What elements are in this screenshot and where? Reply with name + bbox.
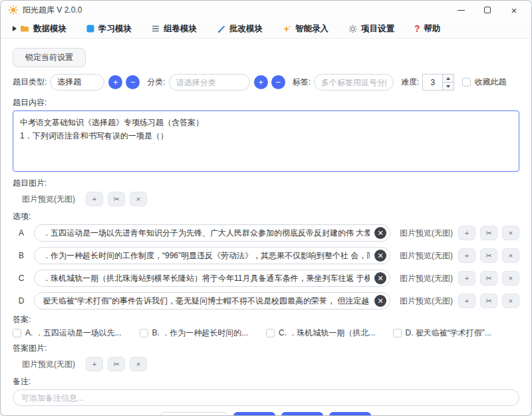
remove-image-button[interactable]: × <box>502 226 519 240</box>
crop-image-icon[interactable]: ✂ <box>480 271 497 286</box>
remove-category-button[interactable]: − <box>271 75 285 89</box>
menu-label: 批改模块 <box>229 23 263 35</box>
crop-image-icon[interactable]: ✂ <box>480 294 497 308</box>
add-image-button[interactable]: + <box>458 271 475 286</box>
minimize-icon <box>458 10 465 11</box>
difficulty-down-button[interactable] <box>443 82 454 90</box>
menu-project-settings[interactable]: 项目设置 <box>348 23 394 35</box>
question-image-label: 题目图片: <box>13 178 519 188</box>
tags-label: 标签: <box>293 77 311 87</box>
answer-checkbox-d[interactable]: D. 翟天临被“学术打假”... <box>393 328 520 338</box>
list-icon <box>152 25 160 33</box>
add-category-button[interactable]: + <box>254 75 268 89</box>
question-type-label: 题目类型: <box>13 77 47 87</box>
close-button[interactable]: × <box>501 2 527 18</box>
option-row-b: B 图片预览(无图) + ✂ × <box>13 247 519 264</box>
answer-image-label: 答案图片: <box>13 343 519 353</box>
options-list: A 图片预览(无图) + ✂ × B <box>13 224 519 310</box>
category-label: 分类: <box>147 77 165 87</box>
checkbox-icon[interactable] <box>393 329 402 337</box>
add-image-button[interactable]: + <box>86 357 103 371</box>
add-image-button[interactable]: + <box>458 248 475 263</box>
option-row-a: A 图片预览(无图) + ✂ × <box>13 224 519 242</box>
question-image-row: 图片预览(无图) + ✂ × <box>13 192 519 206</box>
menu-label: 项目设置 <box>361 23 394 35</box>
menu-grading-module[interactable]: 批改模块 <box>217 23 263 35</box>
clear-option-d-icon[interactable] <box>374 295 386 307</box>
difficulty-stepper[interactable]: 3 <box>422 74 454 91</box>
option-letter: D <box>17 296 26 306</box>
maximize-button[interactable] <box>474 2 501 18</box>
crop-image-icon[interactable]: ✂ <box>108 192 125 206</box>
menu-label: 数据模块 <box>33 23 66 35</box>
answer-checkbox-b[interactable]: B. ．作为一种超长时间的... <box>140 328 267 338</box>
answer-checkbox-a[interactable]: A. ．五四运动是一场以先... <box>13 328 140 338</box>
add-type-button[interactable]: + <box>108 75 122 89</box>
app-window: 阳光题库 V 2.0.0 × 数据模块 学习模块 组卷模块 <box>0 0 532 416</box>
option-b-input[interactable] <box>34 247 390 264</box>
menu-paper-module[interactable]: 组卷模块 <box>152 23 197 35</box>
menu-help[interactable]: ? 帮助 <box>414 23 441 35</box>
category-input[interactable] <box>169 74 250 91</box>
option-d-input[interactable] <box>34 292 390 310</box>
chevron-down-icon <box>446 85 450 88</box>
menu-label: 学习模块 <box>98 23 132 35</box>
menu-label: 帮助 <box>424 23 441 35</box>
remove-image-button[interactable]: × <box>130 357 147 371</box>
ocr-entry-button[interactable]: 图片OCR录题 <box>161 412 228 415</box>
gear-icon <box>348 25 357 33</box>
answer-label: 答案: <box>13 315 519 325</box>
question-type-input[interactable] <box>50 74 104 91</box>
menu-data-module[interactable]: 数据模块 <box>13 23 66 35</box>
add-image-button[interactable]: + <box>458 294 475 308</box>
remark-label: 备注: <box>13 377 519 387</box>
titlebar: 阳光题库 V 2.0.0 × <box>1 1 531 19</box>
option-letter: C <box>17 274 26 283</box>
remark-input[interactable] <box>13 389 519 406</box>
clear-option-a-icon[interactable] <box>374 227 386 239</box>
crop-image-icon[interactable]: ✂ <box>480 248 497 263</box>
checkbox-icon[interactable] <box>13 329 21 337</box>
lock-settings-button[interactable]: 锁定当前设置 <box>13 48 86 67</box>
checkbox-icon[interactable] <box>266 329 275 337</box>
answer-image-row: 图片预览(无图) + ✂ × <box>13 357 519 371</box>
remove-image-button[interactable]: × <box>502 271 519 286</box>
clear-option-b-icon[interactable] <box>374 250 386 262</box>
option-a-input[interactable] <box>34 224 390 242</box>
add-image-button[interactable]: + <box>86 192 103 206</box>
difficulty-up-button[interactable] <box>443 75 454 82</box>
close-icon: × <box>511 5 517 15</box>
tags-input[interactable] <box>314 74 394 91</box>
answer-image-preview: 图片预览(无图) <box>22 359 75 370</box>
remove-image-button[interactable]: × <box>502 294 519 308</box>
answer-option-label: C. ．珠机城轨一期（拱北... <box>279 328 375 338</box>
main-content: 锁定当前设置 题目类型: + − 分类: + − 标签: 难度: 3 收藏此题 <box>1 39 531 415</box>
difficulty-value: 3 <box>423 75 442 90</box>
footer-actions: 图片OCR录题 保存 清空 返回 <box>13 412 519 415</box>
favorite-checkbox[interactable] <box>462 78 471 87</box>
crop-image-icon[interactable]: ✂ <box>480 226 497 240</box>
question-content-textarea[interactable]: 中考语文基础知识《选择题》专项练习题（含答案） 1．下列词语注音和书写有误的一项… <box>13 110 519 172</box>
answer-option-label: D. 翟天临被“学术打假”... <box>406 328 491 338</box>
pen-icon <box>217 25 225 33</box>
remove-type-button[interactable]: − <box>126 75 140 89</box>
crop-image-icon[interactable]: ✂ <box>108 357 125 371</box>
clear-button[interactable]: 清空 <box>281 412 323 415</box>
clear-option-c-icon[interactable] <box>374 272 386 284</box>
option-row-c: C 图片预览(无图) + ✂ × <box>13 270 519 287</box>
option-c-input[interactable] <box>34 270 390 287</box>
answers-row: A. ．五四运动是一场以先... B. ．作为一种超长时间的... C. ．珠机… <box>13 328 519 338</box>
answer-checkbox-c[interactable]: C. ．珠机城轨一期（拱北... <box>266 328 393 338</box>
remove-image-button[interactable]: × <box>502 248 519 263</box>
menu-smart-entry[interactable]: 智能录入 <box>283 23 329 35</box>
answer-option-label: B. ．作为一种超长时间的... <box>152 328 249 338</box>
checkbox-icon[interactable] <box>140 329 148 337</box>
save-button[interactable]: 保存 <box>233 412 275 415</box>
chevron-up-icon <box>446 77 450 80</box>
option-letter: B <box>17 251 26 260</box>
add-image-button[interactable]: + <box>458 226 475 240</box>
minimize-button[interactable] <box>448 2 474 18</box>
back-button[interactable]: 返回 <box>329 412 371 415</box>
remove-image-button[interactable]: × <box>130 192 147 206</box>
menu-study-module[interactable]: 学习模块 <box>86 23 132 35</box>
